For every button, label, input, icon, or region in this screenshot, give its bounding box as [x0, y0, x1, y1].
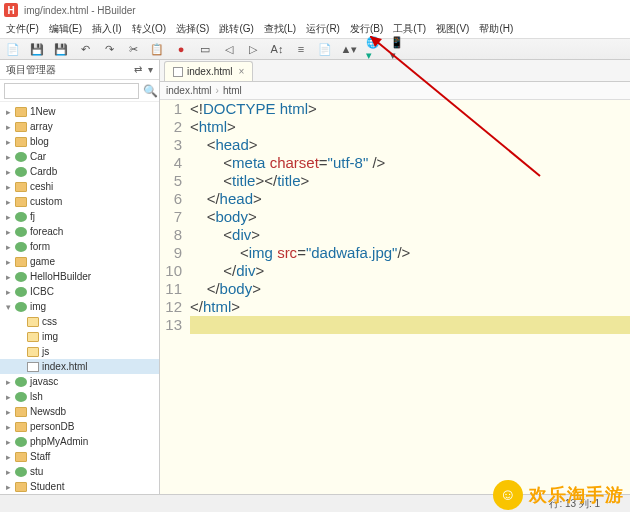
- code-line[interactable]: <head>: [190, 136, 630, 154]
- record-icon[interactable]: ●: [174, 42, 188, 56]
- code-line[interactable]: <!DOCTYPE html>: [190, 100, 630, 118]
- twisty-icon[interactable]: ▸: [4, 167, 12, 177]
- tree-item[interactable]: ▸ICBC: [0, 284, 159, 299]
- link-icon[interactable]: ⇄: [134, 64, 142, 75]
- tree-item[interactable]: ▸Cardb: [0, 164, 159, 179]
- code-line[interactable]: <img src="dadwafa.jpg"/>: [190, 244, 630, 262]
- rect-icon[interactable]: ▭: [198, 42, 212, 56]
- tree-item[interactable]: ▸array: [0, 119, 159, 134]
- twisty-icon[interactable]: ▸: [4, 107, 12, 117]
- twisty-icon[interactable]: ▸: [4, 152, 12, 162]
- twisty-icon[interactable]: ▸: [4, 287, 12, 297]
- browser-preview-icon[interactable]: 🌐▾: [366, 42, 380, 56]
- code-line[interactable]: </head>: [190, 190, 630, 208]
- menu-item[interactable]: 查找(L): [264, 22, 296, 36]
- cut-icon[interactable]: ✂: [126, 42, 140, 56]
- close-icon[interactable]: ×: [239, 66, 245, 77]
- menu-item[interactable]: 帮助(H): [479, 22, 513, 36]
- twisty-icon[interactable]: ▸: [4, 407, 12, 417]
- breadcrumb-node[interactable]: html: [223, 85, 242, 96]
- tree-item[interactable]: ▸1New: [0, 104, 159, 119]
- tree-item[interactable]: ▸Student: [0, 479, 159, 494]
- undo-icon[interactable]: ↶: [78, 42, 92, 56]
- menu-item[interactable]: 编辑(E): [49, 22, 82, 36]
- twisty-icon[interactable]: ▸: [4, 197, 12, 207]
- code-line[interactable]: <div>: [190, 226, 630, 244]
- code-line[interactable]: <body>: [190, 208, 630, 226]
- tree-item[interactable]: ▸javasc: [0, 374, 159, 389]
- back-icon[interactable]: ◁: [222, 42, 236, 56]
- tree-item[interactable]: ▸Car: [0, 149, 159, 164]
- tree-item[interactable]: ▸stu: [0, 464, 159, 479]
- code-line[interactable]: <meta charset="utf-8" />: [190, 154, 630, 172]
- forward-icon[interactable]: ▷: [246, 42, 260, 56]
- menu-item[interactable]: 转义(O): [132, 22, 166, 36]
- twisty-icon[interactable]: ▸: [4, 422, 12, 432]
- twisty-icon[interactable]: ▸: [4, 437, 12, 447]
- breadcrumb[interactable]: index.html › html: [160, 82, 630, 100]
- twisty-icon[interactable]: ▸: [4, 137, 12, 147]
- twisty-icon[interactable]: ▸: [4, 242, 12, 252]
- menu-item[interactable]: 工具(T): [393, 22, 426, 36]
- tree-item[interactable]: ▸fj: [0, 209, 159, 224]
- twisty-icon[interactable]: ▸: [4, 482, 12, 492]
- tree-item[interactable]: ▸lsh: [0, 389, 159, 404]
- menu-item[interactable]: 视图(V): [436, 22, 469, 36]
- tree-item[interactable]: ▸phpMyAdmin: [0, 434, 159, 449]
- code-line[interactable]: <html>: [190, 118, 630, 136]
- twisty-icon[interactable]: ▸: [4, 122, 12, 132]
- menu-item[interactable]: 插入(I): [92, 22, 121, 36]
- mobile-preview-icon[interactable]: 📱▾: [390, 42, 404, 56]
- tree-item[interactable]: ▸blog: [0, 134, 159, 149]
- save-all-icon[interactable]: 💾: [54, 42, 68, 56]
- tree-item[interactable]: ▸personDB: [0, 419, 159, 434]
- tree-item[interactable]: img: [0, 329, 159, 344]
- twisty-icon[interactable]: ▸: [4, 212, 12, 222]
- tree-item[interactable]: ▸Newsdb: [0, 404, 159, 419]
- save-icon[interactable]: 💾: [30, 42, 44, 56]
- new-icon[interactable]: 📄: [6, 42, 20, 56]
- font-size-icon[interactable]: A↕: [270, 42, 284, 56]
- align-icon[interactable]: ≡: [294, 42, 308, 56]
- tree-item[interactable]: ▸ceshi: [0, 179, 159, 194]
- twisty-icon[interactable]: ▸: [4, 467, 12, 477]
- tree-item[interactable]: ▸game: [0, 254, 159, 269]
- search-input[interactable]: [4, 83, 139, 99]
- tab-index-html[interactable]: index.html ×: [164, 61, 253, 81]
- run-dropdown-icon[interactable]: ▲▾: [342, 42, 356, 56]
- code-line[interactable]: </html>: [190, 298, 630, 316]
- tree-item[interactable]: index.html: [0, 359, 159, 374]
- code-line[interactable]: [190, 316, 630, 334]
- twisty-icon[interactable]: ▸: [4, 392, 12, 402]
- tree-item[interactable]: ▾img: [0, 299, 159, 314]
- menu-item[interactable]: 文件(F): [6, 22, 39, 36]
- tree-item[interactable]: ▸foreach: [0, 224, 159, 239]
- code-line[interactable]: </div>: [190, 262, 630, 280]
- code-lines[interactable]: <!DOCTYPE html><html> <head> <meta chars…: [190, 100, 630, 494]
- tree-item[interactable]: ▸custom: [0, 194, 159, 209]
- menu-item[interactable]: 跳转(G): [219, 22, 253, 36]
- twisty-icon[interactable]: ▾: [4, 302, 12, 312]
- tree-item[interactable]: css: [0, 314, 159, 329]
- menu-item[interactable]: 发行(B): [350, 22, 383, 36]
- code-editor[interactable]: 12345678910111213 <!DOCTYPE html><html> …: [160, 100, 630, 494]
- collapse-icon[interactable]: ▾: [148, 64, 153, 75]
- code-line[interactable]: <title></title>: [190, 172, 630, 190]
- redo-icon[interactable]: ↷: [102, 42, 116, 56]
- menu-item[interactable]: 运行(R): [306, 22, 340, 36]
- paste-icon[interactable]: 📋: [150, 42, 164, 56]
- search-icon[interactable]: 🔍: [143, 84, 158, 98]
- twisty-icon[interactable]: ▸: [4, 377, 12, 387]
- twisty-icon[interactable]: ▸: [4, 182, 12, 192]
- code-line[interactable]: </body>: [190, 280, 630, 298]
- tree-item[interactable]: ▸HelloHBuilder: [0, 269, 159, 284]
- tree-item[interactable]: ▸Staff: [0, 449, 159, 464]
- tree-item[interactable]: js: [0, 344, 159, 359]
- menu-item[interactable]: 选择(S): [176, 22, 209, 36]
- twisty-icon[interactable]: ▸: [4, 272, 12, 282]
- twisty-icon[interactable]: ▸: [4, 452, 12, 462]
- twisty-icon[interactable]: ▸: [4, 257, 12, 267]
- breadcrumb-file[interactable]: index.html: [166, 85, 212, 96]
- project-tree[interactable]: ▸1New▸array▸blog▸Car▸Cardb▸ceshi▸custom▸…: [0, 102, 159, 494]
- tree-item[interactable]: ▸form: [0, 239, 159, 254]
